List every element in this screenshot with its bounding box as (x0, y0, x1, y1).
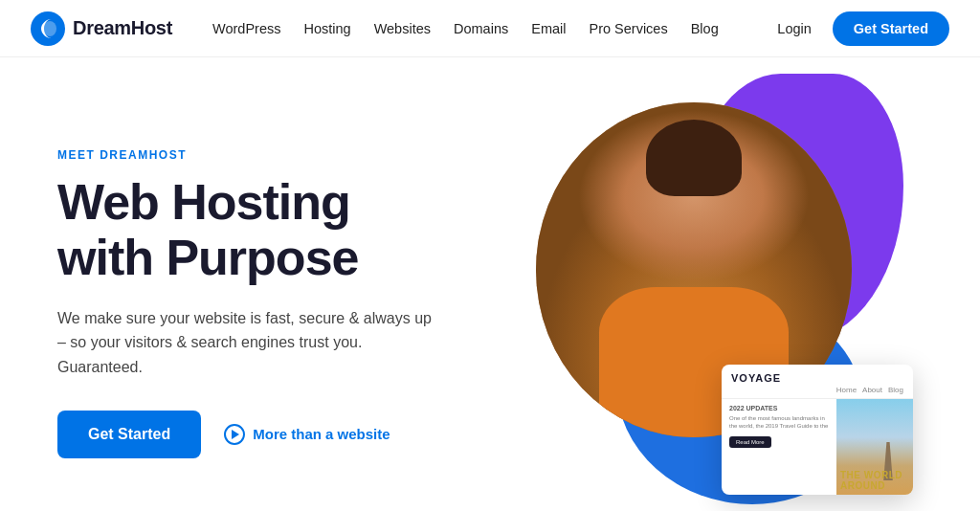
hero-illustration: VOYAGE Home About Blog 2022 UPDATES One … (517, 93, 923, 511)
header: DreamHost WordPress Hosting Websites Dom… (0, 0, 980, 57)
hero-title: Web Hosting with Purpose (57, 175, 517, 284)
login-button[interactable]: Login (768, 15, 820, 42)
nav-item-wordpress[interactable]: WordPress (203, 15, 290, 42)
card-content: 2022 UPDATES One of the most famous land… (722, 399, 913, 495)
card-big-text: THE WORLDAROUND (840, 470, 909, 491)
logo[interactable]: DreamHost (31, 11, 172, 46)
dreamhost-logo-icon (31, 11, 65, 46)
card-subtitle: 2022 UPDATES (729, 405, 829, 411)
nav-item-pro-services[interactable]: Pro Services (579, 15, 677, 42)
get-started-nav-button[interactable]: Get Started (833, 11, 949, 46)
play-triangle (232, 430, 239, 439)
nav-item-domains[interactable]: Domains (444, 15, 518, 42)
card-header: VOYAGE Home About Blog (722, 365, 913, 399)
card-read-more-button[interactable]: Read More (729, 436, 771, 448)
logo-text: DreamHost (73, 17, 172, 39)
hero-title-line2: with Purpose (57, 230, 358, 285)
hero-content: MEET DREAMHOST Web Hosting with Purpose … (57, 148, 517, 457)
card-body: One of the most famous landmarks in the … (729, 414, 829, 431)
card-nav: Home About Blog (731, 386, 903, 394)
hero-title-line1: Web Hosting (57, 174, 350, 230)
card-title: VOYAGE (731, 372, 903, 384)
card-nav-dot3: Blog (888, 386, 903, 394)
voyage-card: VOYAGE Home About Blog 2022 UPDATES One … (722, 365, 913, 495)
nav-item-hosting[interactable]: Hosting (294, 15, 360, 42)
more-link[interactable]: More than a website (224, 424, 390, 445)
card-nav-dot1: Home (836, 386, 857, 394)
play-icon (224, 424, 245, 445)
card-image-area: THE WORLDAROUND (836, 399, 913, 495)
nav-item-email[interactable]: Email (522, 15, 575, 42)
nav-item-websites[interactable]: Websites (365, 15, 440, 42)
hero-actions: Get Started More than a website (57, 411, 517, 458)
card-nav-dot2: About (862, 386, 882, 394)
main-nav: WordPress Hosting Websites Domains Email… (203, 15, 768, 42)
more-link-label: More than a website (253, 426, 390, 442)
svg-point-1 (43, 21, 56, 36)
meet-label: MEET DREAMHOST (57, 148, 517, 162)
hero-description: We make sure your website is fast, secur… (57, 306, 440, 380)
hero-section: MEET DREAMHOST Web Hosting with Purpose … (0, 57, 980, 511)
get-started-hero-button[interactable]: Get Started (57, 411, 201, 458)
card-text-area: 2022 UPDATES One of the most famous land… (722, 399, 836, 495)
nav-item-blog[interactable]: Blog (681, 15, 728, 42)
header-right: Login Get Started (768, 11, 949, 46)
